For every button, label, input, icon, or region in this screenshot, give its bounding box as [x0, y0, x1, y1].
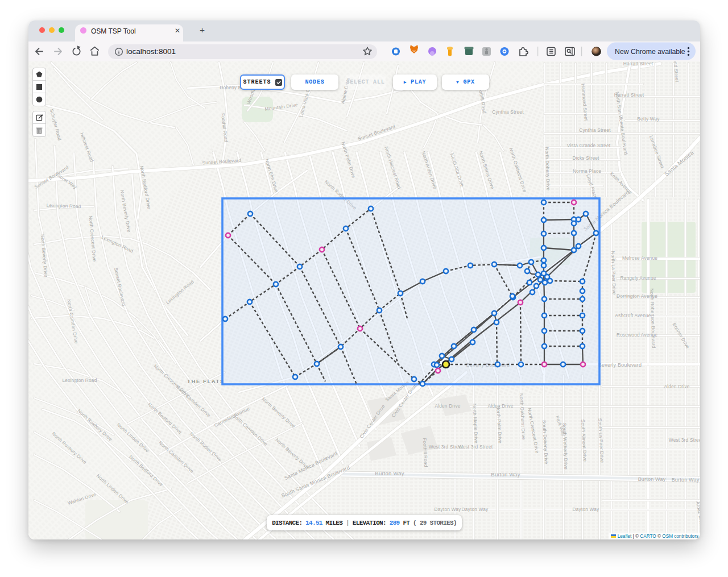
svg-text:Burton Way: Burton Way — [638, 476, 666, 482]
svg-text:Dayton Way: Dayton Way — [435, 507, 462, 512]
svg-text:Alden Drive: Alden Drive — [664, 384, 689, 389]
svg-text:Alden Drive: Alden Drive — [435, 403, 460, 409]
svg-text:Norma Place: Norma Place — [573, 168, 601, 174]
svg-text:Burton Way: Burton Way — [672, 477, 700, 483]
svg-text:Burton Way: Burton Way — [375, 470, 404, 476]
svg-text:Vista Grande Street: Vista Grande Street — [567, 143, 611, 148]
svg-text:Lexington Road: Lexington Road — [46, 202, 81, 209]
svg-text:Cynthia Street: Cynthia Street — [492, 109, 524, 115]
svg-text:Ashcroft Avenue: Ashcroft Avenue — [615, 313, 651, 318]
svg-text:Rangely Avenue: Rangely Avenue — [620, 275, 656, 281]
svg-text:Harratt Street: Harratt Street — [623, 61, 653, 67]
svg-text:Cynthia Street: Cynthia Street — [579, 127, 611, 133]
svg-text:New Chrome available: New Chrome available — [615, 48, 685, 56]
svg-text:THE FLATS: THE FLATS — [187, 378, 225, 384]
svg-text:Dayton Way: Dayton Way — [573, 507, 600, 512]
svg-text:West 3rd Street: West 3rd Street — [458, 444, 493, 450]
svg-text:West 3rd Street: West 3rd Street — [669, 437, 700, 443]
svg-text:Burton Way: Burton Way — [491, 471, 520, 478]
svg-text:Dayton Way: Dayton Way — [462, 507, 489, 512]
svg-text:Lexington Road: Lexington Road — [63, 377, 97, 383]
svg-text:Betty Way: Betty Way — [637, 116, 660, 122]
svg-text:Dicks Street: Dicks Street — [572, 155, 599, 161]
svg-text:Melrose Avenue: Melrose Avenue — [622, 255, 657, 261]
svg-text:Beverly Boulevard: Beverly Boulevard — [598, 362, 642, 368]
